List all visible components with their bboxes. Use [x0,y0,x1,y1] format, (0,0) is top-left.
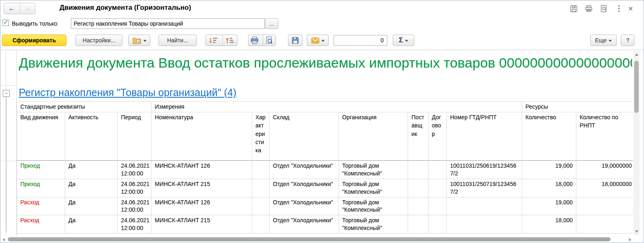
cell-nomenclature[interactable]: МИНСК-АТЛАНТ 126 [152,161,252,179]
cell-quantity[interactable]: 18,000 [522,215,576,234]
cell-activity[interactable]: Да [65,197,118,215]
column-group-header[interactable]: Измерения [152,102,522,112]
cell-gtd_number[interactable]: 10011031/250619/1234567/2 [447,161,522,179]
cell-warehouse[interactable]: Отдел "Холодильники" [270,179,339,197]
column-header[interactable]: Организация [339,112,408,161]
help-button[interactable]: ? [621,35,635,46]
column-header[interactable]: Поставщик [408,112,429,161]
cell-quantity_rnpt[interactable] [576,215,633,234]
vertical-scrollbar[interactable] [633,51,640,235]
output-variants-button[interactable] [128,35,150,46]
cell-nomenclature[interactable]: МИНСК-АТЛАНТ 215 [152,215,252,234]
horizontal-scrollbar[interactable] [1,237,633,242]
scroll-up-icon[interactable] [635,53,638,56]
generate-button[interactable]: Сформировать [2,35,66,46]
cell-period[interactable]: 24.06.2021 12:00:00 [118,161,152,179]
cell-quantity[interactable]: 19,000 [522,197,576,215]
cell-characteristic[interactable] [252,179,270,197]
cell-gtd_number[interactable]: 10011031/250719/1234567/2 [447,179,522,197]
cell-nomenclature[interactable]: МИНСК-АТЛАНТ 215 [152,179,252,197]
cell-quantity_rnpt[interactable]: 18,0000000 [576,179,633,197]
filter-browse-button[interactable]: ... [265,18,278,29]
cell-organization[interactable]: Торговый дом "Комплексный" [339,215,408,234]
cell-quantity[interactable]: 19,000 [522,161,576,179]
report-table: Стандартные реквизитыИзмеренияРесурсы Ви… [17,101,633,234]
cell-warehouse[interactable]: Отдел "Холодильники" [270,197,339,215]
column-header[interactable]: Номенклатура [152,112,252,161]
cell-warehouse[interactable]: Отдел "Холодильники" [270,215,339,234]
more-button[interactable]: Еще [590,35,617,46]
column-header[interactable]: Количество [522,112,576,161]
cell-activity[interactable]: Да [65,161,118,179]
cell-nomenclature[interactable]: МИНСК-АТЛАНТ 126 [152,197,252,215]
autosum-value-field[interactable]: 0 [334,35,387,46]
vertical-scrollbar-thumb[interactable] [634,61,639,113]
scroll-down-icon[interactable] [635,230,638,233]
cell-activity[interactable]: Да [65,215,118,234]
cell-gtd_number[interactable] [447,197,522,215]
cell-quantity[interactable]: 18,000 [522,179,576,197]
cell-period[interactable]: 24.06.2021 12:00:00 [118,197,152,215]
column-group-header[interactable]: Ресурсы [522,102,633,112]
scroll-right-icon[interactable] [629,238,631,241]
filter-value-field[interactable]: Регистр накопления Товары организаций [71,18,265,29]
sum-button[interactable]: Σ [393,35,414,46]
cell-quantity_rnpt[interactable] [576,197,633,215]
send-email-button[interactable] [307,35,329,46]
cell-organization[interactable]: Торговый дом "Комплексный" [339,161,408,179]
cell-movement[interactable]: Расход [17,197,65,215]
cell-warehouse[interactable]: Отдел "Холодильники" [270,161,339,179]
cell-period[interactable]: 24.06.2021 12:00:00 [118,179,152,197]
column-header[interactable]: Номер ГТД/РНПТ [447,112,522,161]
cell-organization[interactable]: Торговый дом "Комплексный" [339,179,408,197]
column-header[interactable]: Количество по РНПТ [576,112,633,161]
column-header[interactable]: Период [118,112,152,161]
cell-organization[interactable]: Торговый дом "Комплексный" [339,197,408,215]
find-button[interactable]: Найти... [158,35,197,46]
settings-button[interactable]: Настройки... [75,35,123,46]
cell-contract[interactable] [429,215,447,234]
cell-contract[interactable] [429,161,447,179]
cell-movement[interactable]: Расход [17,215,65,234]
sort-ascending-button[interactable] [222,35,237,46]
cell-gtd_number[interactable] [447,215,522,234]
cell-movement[interactable]: Приход [17,179,65,197]
cell-activity[interactable]: Да [65,179,118,197]
column-header[interactable]: Вид движения [17,112,65,161]
cell-characteristic[interactable] [252,197,270,215]
close-button[interactable]: × [625,4,636,13]
show-only-checkbox[interactable]: ✓ [2,20,9,26]
cell-characteristic[interactable] [252,215,270,234]
cell-characteristic[interactable] [252,161,270,179]
print-report-button[interactable] [248,35,261,46]
print-button[interactable] [583,4,594,13]
rail-divider-line [16,50,17,236]
sort-descending-button[interactable] [206,35,220,46]
cell-supplier[interactable] [408,179,429,197]
menu-button[interactable] [613,4,624,13]
cell-movement[interactable]: Приход [17,161,65,179]
cell-supplier[interactable] [408,161,429,179]
register-link[interactable]: Регистр накопления "Товары организаций" … [19,87,236,99]
save-file-button[interactable] [288,35,303,46]
cell-quantity_rnpt[interactable]: 19,0000000 [576,161,633,179]
column-group-header[interactable]: Стандартные реквизиты [17,102,152,112]
preview-button[interactable] [598,4,609,13]
column-header[interactable]: Характеристика [252,112,270,161]
cell-supplier[interactable] [408,197,429,215]
print-button-group [248,35,276,46]
scroll-left-icon[interactable] [2,238,5,241]
forward-button[interactable]: → [20,3,35,14]
collapse-group-button[interactable]: − [3,90,10,97]
column-header[interactable]: Активность [65,112,118,161]
column-header[interactable]: Договор [429,112,447,161]
cell-supplier[interactable] [408,215,429,234]
print-preview-button[interactable] [263,35,275,46]
save-button[interactable] [568,4,579,13]
horizontal-scrollbar-thumb[interactable] [8,237,611,241]
cell-contract[interactable] [429,197,447,215]
back-button[interactable]: ← [4,3,20,14]
column-header[interactable]: Склад [270,112,339,161]
cell-contract[interactable] [429,179,447,197]
cell-period[interactable]: 24.06.2021 12:00:00 [118,215,152,234]
